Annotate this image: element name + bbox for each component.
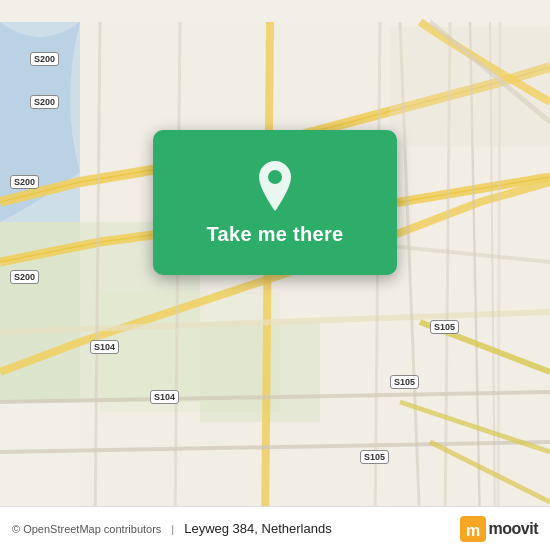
svg-point-6 (268, 170, 282, 184)
road-badge-s104-1: S104 (90, 340, 119, 354)
road-badge-s200-2: S200 (30, 95, 59, 109)
svg-text:m: m (465, 522, 479, 539)
road-badge-s104-2: S104 (150, 390, 179, 404)
road-badge-s200-4: S200 (10, 270, 39, 284)
bottom-bar: © OpenStreetMap contributors | Leyweg 38… (0, 506, 550, 550)
road-badge-s200-1: S200 (30, 52, 59, 66)
road-badge-s105-3: S105 (360, 450, 389, 464)
address-text: Leyweg 384, Netherlands (184, 521, 331, 536)
copyright-text: © OpenStreetMap contributors (12, 523, 161, 535)
road-badge-s105-1: S105 (430, 320, 459, 334)
take-me-there-button[interactable]: Take me there (153, 130, 397, 275)
moovit-logo: m moovit (460, 516, 538, 542)
map-pin-icon (253, 159, 297, 213)
map-container: S200 S200 S200 S200 S104 S104 S105 S105 … (0, 0, 550, 550)
bottom-left-info: © OpenStreetMap contributors | Leyweg 38… (12, 521, 332, 536)
moovit-text: moovit (489, 520, 538, 538)
take-me-label: Take me there (207, 223, 344, 246)
moovit-icon: m (460, 516, 486, 542)
road-badge-s200-3: S200 (10, 175, 39, 189)
map-roads (0, 0, 550, 550)
road-badge-s105-2: S105 (390, 375, 419, 389)
